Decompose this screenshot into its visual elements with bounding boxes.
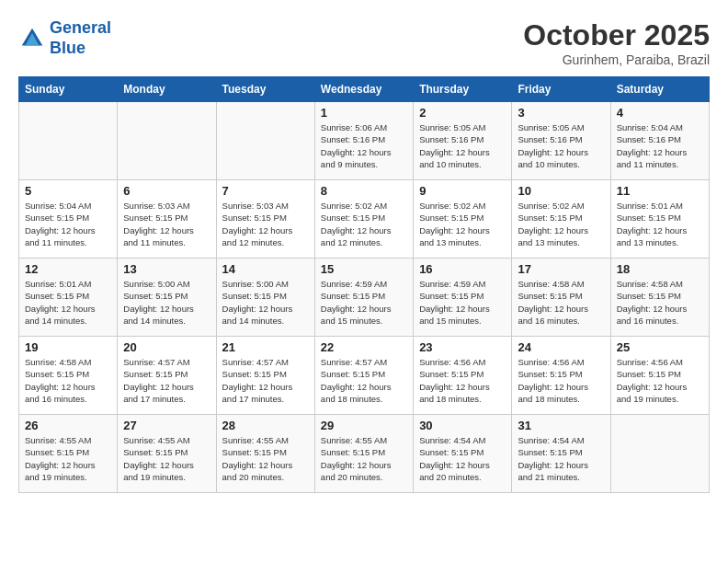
- day-info: Sunrise: 4:55 AM Sunset: 5:15 PM Dayligh…: [222, 434, 309, 483]
- calendar-cell: [19, 102, 118, 180]
- calendar-cell: 25Sunrise: 4:56 AM Sunset: 5:15 PM Dayli…: [610, 337, 709, 415]
- calendar-cell: 1Sunrise: 5:06 AM Sunset: 5:16 PM Daylig…: [314, 102, 413, 180]
- calendar-cell: 22Sunrise: 4:57 AM Sunset: 5:15 PM Dayli…: [314, 337, 413, 415]
- day-info: Sunrise: 4:58 AM Sunset: 5:15 PM Dayligh…: [617, 278, 703, 327]
- day-number: 31: [518, 419, 604, 432]
- header-cell-saturday: Saturday: [610, 77, 709, 102]
- day-info: Sunrise: 5:02 AM Sunset: 5:15 PM Dayligh…: [518, 200, 604, 248]
- day-number: 8: [321, 184, 407, 198]
- calendar-cell: 12Sunrise: 5:01 AM Sunset: 5:15 PM Dayli…: [19, 259, 118, 337]
- day-number: 2: [419, 106, 506, 120]
- day-number: 30: [419, 419, 506, 432]
- calendar-cell: 2Sunrise: 5:05 AM Sunset: 5:16 PM Daylig…: [414, 102, 512, 180]
- day-number: 20: [123, 340, 210, 354]
- day-number: 23: [419, 340, 506, 354]
- calendar-cell: 21Sunrise: 4:57 AM Sunset: 5:15 PM Dayli…: [216, 337, 314, 415]
- logo-text: General Blue: [50, 18, 111, 58]
- day-info: Sunrise: 5:03 AM Sunset: 5:15 PM Dayligh…: [222, 200, 309, 248]
- day-number: 29: [321, 419, 407, 432]
- calendar-cell: 7Sunrise: 5:03 AM Sunset: 5:15 PM Daylig…: [216, 180, 314, 259]
- day-info: Sunrise: 4:55 AM Sunset: 5:15 PM Dayligh…: [25, 434, 111, 483]
- logo-icon: [18, 25, 46, 52]
- day-info: Sunrise: 4:57 AM Sunset: 5:15 PM Dayligh…: [222, 356, 309, 405]
- day-info: Sunrise: 4:56 AM Sunset: 5:15 PM Dayligh…: [617, 356, 703, 405]
- day-info: Sunrise: 4:56 AM Sunset: 5:15 PM Dayligh…: [518, 356, 604, 405]
- header-cell-wednesday: Wednesday: [314, 77, 413, 102]
- day-info: Sunrise: 4:57 AM Sunset: 5:15 PM Dayligh…: [321, 356, 407, 405]
- day-number: 7: [222, 184, 309, 198]
- month-title: October 2025: [523, 18, 710, 52]
- day-number: 4: [617, 106, 703, 120]
- day-number: 15: [321, 262, 407, 276]
- day-info: Sunrise: 4:57 AM Sunset: 5:15 PM Dayligh…: [123, 356, 210, 405]
- day-info: Sunrise: 4:58 AM Sunset: 5:15 PM Dayligh…: [518, 278, 604, 327]
- calendar-cell: 20Sunrise: 4:57 AM Sunset: 5:15 PM Dayli…: [118, 337, 216, 415]
- day-number: 18: [617, 262, 703, 276]
- calendar-cell: 30Sunrise: 4:54 AM Sunset: 5:15 PM Dayli…: [414, 415, 512, 493]
- day-number: 22: [321, 340, 407, 354]
- calendar-cell: 17Sunrise: 4:58 AM Sunset: 5:15 PM Dayli…: [512, 259, 610, 337]
- calendar-cell: 27Sunrise: 4:55 AM Sunset: 5:15 PM Dayli…: [118, 415, 216, 493]
- day-info: Sunrise: 5:05 AM Sunset: 5:16 PM Dayligh…: [518, 121, 604, 170]
- calendar-cell: 10Sunrise: 5:02 AM Sunset: 5:15 PM Dayli…: [512, 180, 610, 259]
- calendar-cell: 14Sunrise: 5:00 AM Sunset: 5:15 PM Dayli…: [216, 259, 314, 337]
- calendar-table: SundayMondayTuesdayWednesdayThursdayFrid…: [18, 76, 710, 493]
- day-number: 24: [518, 340, 604, 354]
- week-row-1: 1Sunrise: 5:06 AM Sunset: 5:16 PM Daylig…: [19, 102, 710, 180]
- calendar-cell: [610, 415, 709, 493]
- day-number: 25: [617, 340, 703, 354]
- day-info: Sunrise: 5:01 AM Sunset: 5:15 PM Dayligh…: [25, 278, 111, 327]
- calendar-cell: [118, 102, 216, 180]
- week-row-4: 19Sunrise: 4:58 AM Sunset: 5:15 PM Dayli…: [19, 337, 710, 415]
- page-header: General Blue October 2025 Gurinhem, Para…: [18, 18, 710, 67]
- day-info: Sunrise: 5:06 AM Sunset: 5:16 PM Dayligh…: [321, 121, 407, 170]
- calendar-cell: 16Sunrise: 4:59 AM Sunset: 5:15 PM Dayli…: [414, 259, 512, 337]
- week-row-2: 5Sunrise: 5:04 AM Sunset: 5:15 PM Daylig…: [19, 180, 710, 259]
- day-info: Sunrise: 4:56 AM Sunset: 5:15 PM Dayligh…: [419, 356, 506, 405]
- day-number: 10: [518, 184, 604, 198]
- day-info: Sunrise: 4:54 AM Sunset: 5:15 PM Dayligh…: [419, 434, 506, 483]
- calendar-cell: 26Sunrise: 4:55 AM Sunset: 5:15 PM Dayli…: [19, 415, 118, 493]
- calendar-cell: 4Sunrise: 5:04 AM Sunset: 5:16 PM Daylig…: [610, 102, 709, 180]
- day-info: Sunrise: 5:04 AM Sunset: 5:16 PM Dayligh…: [617, 121, 703, 170]
- calendar-cell: 8Sunrise: 5:02 AM Sunset: 5:15 PM Daylig…: [314, 180, 413, 259]
- day-number: 26: [25, 419, 111, 432]
- week-row-3: 12Sunrise: 5:01 AM Sunset: 5:15 PM Dayli…: [19, 259, 710, 337]
- day-number: 17: [518, 262, 604, 276]
- day-info: Sunrise: 5:02 AM Sunset: 5:15 PM Dayligh…: [419, 200, 506, 248]
- calendar-cell: 29Sunrise: 4:55 AM Sunset: 5:15 PM Dayli…: [314, 415, 413, 493]
- day-info: Sunrise: 5:04 AM Sunset: 5:15 PM Dayligh…: [25, 200, 111, 248]
- calendar-cell: 3Sunrise: 5:05 AM Sunset: 5:16 PM Daylig…: [512, 102, 610, 180]
- day-number: 21: [222, 340, 309, 354]
- day-number: 1: [321, 106, 407, 120]
- day-number: 3: [518, 106, 604, 120]
- day-number: 11: [617, 184, 703, 198]
- day-number: 16: [419, 262, 506, 276]
- header-cell-monday: Monday: [118, 77, 216, 102]
- day-number: 13: [123, 262, 210, 276]
- calendar-cell: 11Sunrise: 5:01 AM Sunset: 5:15 PM Dayli…: [610, 180, 709, 259]
- week-row-5: 26Sunrise: 4:55 AM Sunset: 5:15 PM Dayli…: [19, 415, 710, 493]
- header-cell-sunday: Sunday: [19, 77, 118, 102]
- day-info: Sunrise: 5:01 AM Sunset: 5:15 PM Dayligh…: [617, 200, 703, 248]
- calendar-cell: 19Sunrise: 4:58 AM Sunset: 5:15 PM Dayli…: [19, 337, 118, 415]
- day-number: 27: [123, 419, 210, 432]
- calendar-cell: 28Sunrise: 4:55 AM Sunset: 5:15 PM Dayli…: [216, 415, 314, 493]
- day-info: Sunrise: 5:02 AM Sunset: 5:15 PM Dayligh…: [321, 200, 407, 248]
- day-info: Sunrise: 5:03 AM Sunset: 5:15 PM Dayligh…: [123, 200, 210, 248]
- logo-line2: Blue: [50, 39, 85, 57]
- day-info: Sunrise: 4:54 AM Sunset: 5:15 PM Dayligh…: [518, 434, 604, 483]
- header-cell-friday: Friday: [512, 77, 610, 102]
- header-row: SundayMondayTuesdayWednesdayThursdayFrid…: [19, 77, 710, 102]
- day-info: Sunrise: 5:05 AM Sunset: 5:16 PM Dayligh…: [419, 121, 506, 170]
- calendar-cell: [216, 102, 314, 180]
- day-info: Sunrise: 4:55 AM Sunset: 5:15 PM Dayligh…: [123, 434, 210, 483]
- day-info: Sunrise: 5:00 AM Sunset: 5:15 PM Dayligh…: [222, 278, 309, 327]
- calendar-cell: 13Sunrise: 5:00 AM Sunset: 5:15 PM Dayli…: [118, 259, 216, 337]
- calendar-cell: 18Sunrise: 4:58 AM Sunset: 5:15 PM Dayli…: [610, 259, 709, 337]
- calendar-cell: 15Sunrise: 4:59 AM Sunset: 5:15 PM Dayli…: [314, 259, 413, 337]
- day-info: Sunrise: 4:55 AM Sunset: 5:15 PM Dayligh…: [321, 434, 407, 483]
- calendar-cell: 9Sunrise: 5:02 AM Sunset: 5:15 PM Daylig…: [414, 180, 512, 259]
- day-number: 6: [123, 184, 210, 198]
- day-number: 28: [222, 419, 309, 432]
